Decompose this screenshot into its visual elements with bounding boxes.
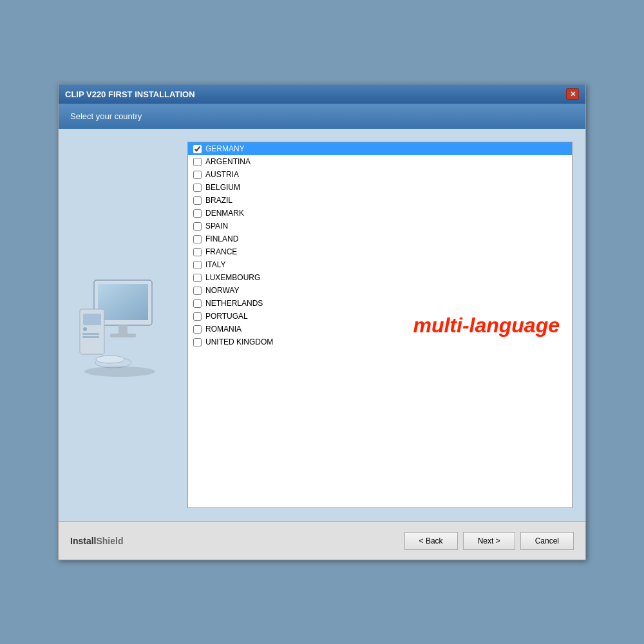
country-name: NORWAY [205,286,239,295]
close-button[interactable]: ✕ [566,88,579,100]
computer-illustration [75,274,171,377]
country-item[interactable]: LUXEMBOURG [188,271,572,284]
country-name: ARGENTINA [205,157,251,166]
country-checkbox[interactable] [193,171,202,179]
country-name: UNITED KINGDOM [205,337,273,346]
country-checkbox[interactable] [193,261,202,269]
country-item[interactable]: ROMANIA [188,323,572,336]
country-item[interactable]: UNITED KINGDOM [188,336,572,348]
country-item[interactable]: BRAZIL [188,194,572,207]
svg-point-12 [84,366,155,377]
country-checkbox[interactable] [193,145,202,153]
logo-shield: Shield [96,536,123,546]
country-item[interactable]: PORTUGAL [188,310,572,323]
country-name: ITALY [205,260,226,269]
country-item[interactable]: ITALY [188,258,572,271]
country-checkbox[interactable] [193,184,202,192]
country-name: NETHERLANDS [205,299,263,308]
country-name: SPAIN [205,222,228,231]
country-checkbox[interactable] [193,312,202,321]
svg-point-11 [96,355,124,363]
country-checkbox[interactable] [193,299,202,308]
country-checkbox[interactable] [193,287,202,295]
svg-rect-2 [98,284,148,320]
country-item[interactable]: DENMARK [188,207,572,220]
cancel-button[interactable]: Cancel [520,532,574,550]
installshield-logo: InstallShield [70,536,123,546]
country-item[interactable]: NETHERLANDS [188,297,572,310]
country-checkbox[interactable] [193,235,202,243]
country-name: FINLAND [205,234,238,243]
country-item[interactable]: FRANCE [188,245,572,258]
country-name: ROMANIA [205,325,242,334]
country-name: FRANCE [205,247,237,256]
country-item[interactable]: SPAIN [188,220,572,232]
country-name: PORTUGAL [205,312,248,321]
country-checkbox[interactable] [193,196,202,205]
country-checkbox[interactable] [193,158,202,166]
back-button[interactable]: < Back [404,532,458,550]
left-panel [71,142,175,508]
country-item[interactable]: ARGENTINA [188,155,572,168]
country-list[interactable]: GERMANYARGENTINAAUSTRIABELGIUMBRAZILDENM… [188,142,572,507]
country-name: LUXEMBOURG [205,273,260,282]
country-checkbox[interactable] [193,222,202,231]
right-panel: GERMANYARGENTINAAUSTRIABELGIUMBRAZILDENM… [187,142,573,508]
country-name: BRAZIL [205,196,232,205]
country-checkbox[interactable] [193,209,202,218]
window-title: CLIP V220 FIRST INSTALLATION [65,90,195,99]
header-label: Select your country [70,111,142,121]
svg-point-7 [83,327,87,331]
svg-rect-3 [118,325,128,334]
country-name: GERMANY [205,144,245,153]
header-bar: Select your country [59,104,585,129]
country-item[interactable]: AUSTRIA [188,168,572,181]
country-name: BELGIUM [205,183,240,192]
svg-rect-6 [83,314,101,325]
country-list-container: GERMANYARGENTINAAUSTRIABELGIUMBRAZILDENM… [187,142,573,508]
svg-rect-8 [82,333,99,335]
country-name: DENMARK [205,209,244,218]
country-checkbox[interactable] [193,325,202,334]
svg-rect-4 [110,334,136,337]
footer-bar: InstallShield < Back Next > Cancel [59,521,585,560]
country-checkbox[interactable] [193,274,202,282]
svg-rect-9 [82,336,99,338]
title-bar: CLIP V220 FIRST INSTALLATION ✕ [59,84,585,104]
country-checkbox[interactable] [193,338,202,346]
country-item[interactable]: GERMANY [188,142,572,155]
content-area: GERMANYARGENTINAAUSTRIABELGIUMBRAZILDENM… [59,129,585,521]
logo-install: Install [70,536,96,546]
installer-window: CLIP V220 FIRST INSTALLATION ✕ Select yo… [58,84,586,560]
country-item[interactable]: NORWAY [188,284,572,297]
country-checkbox[interactable] [193,248,202,256]
country-item[interactable]: BELGIUM [188,181,572,194]
country-item[interactable]: FINLAND [188,232,572,245]
footer-buttons: < Back Next > Cancel [404,532,574,550]
next-button[interactable]: Next > [463,532,515,550]
country-name: AUSTRIA [205,170,239,179]
